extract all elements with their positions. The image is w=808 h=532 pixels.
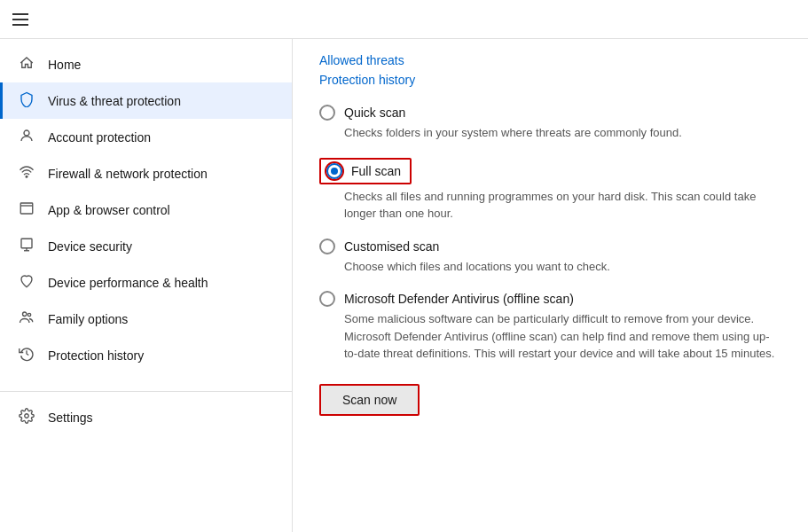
sidebar-item-account[interactable]: Account protection: [0, 119, 292, 155]
svg-rect-2: [20, 203, 33, 214]
custom-scan-header[interactable]: Customised scan: [319, 239, 781, 254]
shield-icon: [18, 91, 35, 110]
content-area: Allowed threats Protection history Quick…: [293, 39, 808, 532]
sidebar-item-virus[interactable]: Virus & threat protection: [0, 82, 292, 119]
hamburger-menu-button[interactable]: [12, 13, 28, 26]
device-icon: [18, 237, 35, 255]
sidebar-item-account-label: Account protection: [48, 130, 151, 145]
scan-now-button[interactable]: Scan now: [319, 384, 420, 416]
offline-scan-header[interactable]: Microsoft Defender Antivirus (offline sc…: [319, 291, 781, 307]
offline-scan-option: Microsoft Defender Antivirus (offline sc…: [319, 291, 781, 363]
person-icon: [18, 128, 35, 146]
sidebar-item-app-browser[interactable]: App & browser control: [0, 192, 292, 228]
custom-scan-label: Customised scan: [344, 239, 439, 254]
full-scan-header[interactable]: Full scan: [319, 158, 781, 184]
svg-point-7: [23, 312, 27, 317]
svg-rect-4: [21, 239, 32, 248]
protection-history-link[interactable]: Protection history: [319, 73, 781, 87]
sidebar-item-history-label: Protection history: [48, 348, 144, 363]
home-icon: [18, 55, 35, 74]
full-scan-option: Full scan Checks all files and running p…: [319, 158, 781, 223]
sidebar-settings-label: Settings: [48, 411, 93, 425]
quick-scan-desc: Checks folders in your system where thre…: [344, 124, 781, 142]
offline-scan-desc: Some malicious software can be particula…: [344, 310, 781, 363]
sidebar-bottom: Settings: [0, 391, 292, 442]
allowed-threats-link[interactable]: Allowed threats: [319, 53, 781, 67]
sidebar-item-device-health-label: Device performance & health: [48, 276, 208, 290]
sidebar-item-history[interactable]: Protection history: [0, 337, 292, 373]
svg-point-8: [27, 313, 30, 316]
sidebar-item-virus-label: Virus & threat protection: [48, 94, 181, 108]
family-icon: [18, 309, 35, 328]
wifi-icon: [18, 164, 35, 183]
svg-point-1: [26, 176, 27, 177]
offline-scan-label: Microsoft Defender Antivirus (offline sc…: [344, 292, 574, 306]
quick-scan-radio[interactable]: [319, 105, 335, 121]
offline-scan-radio[interactable]: [319, 291, 335, 307]
full-scan-highlight-box[interactable]: Full scan: [319, 158, 412, 184]
sidebar-item-home[interactable]: Home: [0, 46, 292, 82]
sidebar-item-settings[interactable]: Settings: [0, 399, 292, 435]
sidebar-item-app-browser-label: App & browser control: [48, 203, 170, 217]
sidebar-item-device-security[interactable]: Device security: [0, 228, 292, 264]
full-scan-desc: Checks all files and running programmes …: [344, 188, 781, 223]
quick-scan-option: Quick scan Checks folders in your system…: [319, 105, 781, 142]
custom-scan-radio[interactable]: [319, 239, 335, 254]
sidebar-item-home-label: Home: [48, 58, 81, 72]
sidebar: Home Virus & threat protection: [0, 39, 293, 532]
sidebar-item-device-security-label: Device security: [48, 239, 132, 254]
browser-icon: [18, 200, 35, 219]
main-layout: Home Virus & threat protection: [0, 39, 808, 532]
top-bar: [0, 0, 808, 39]
app-container: Home Virus & threat protection: [0, 0, 808, 532]
sidebar-item-device-health[interactable]: Device performance & health: [0, 264, 292, 301]
sidebar-item-family[interactable]: Family options: [0, 301, 292, 337]
svg-point-0: [24, 130, 29, 136]
quick-scan-label: Quick scan: [344, 106, 405, 120]
gear-icon: [18, 408, 35, 426]
full-scan-label: Full scan: [351, 164, 401, 178]
full-scan-radio[interactable]: [326, 163, 342, 179]
sidebar-item-firewall[interactable]: Firewall & network protection: [0, 155, 292, 192]
scan-options: Quick scan Checks folders in your system…: [319, 105, 781, 363]
sidebar-item-family-label: Family options: [48, 312, 128, 326]
history-icon: [18, 346, 35, 364]
sidebar-item-firewall-label: Firewall & network protection: [48, 167, 208, 181]
heart-icon: [18, 273, 35, 292]
custom-scan-option: Customised scan Choose which files and l…: [319, 239, 781, 276]
scan-now-area: Scan now: [319, 384, 781, 416]
custom-scan-desc: Choose which files and locations you wan…: [344, 258, 781, 276]
svg-point-9: [25, 414, 29, 419]
quick-scan-header[interactable]: Quick scan: [319, 105, 781, 121]
